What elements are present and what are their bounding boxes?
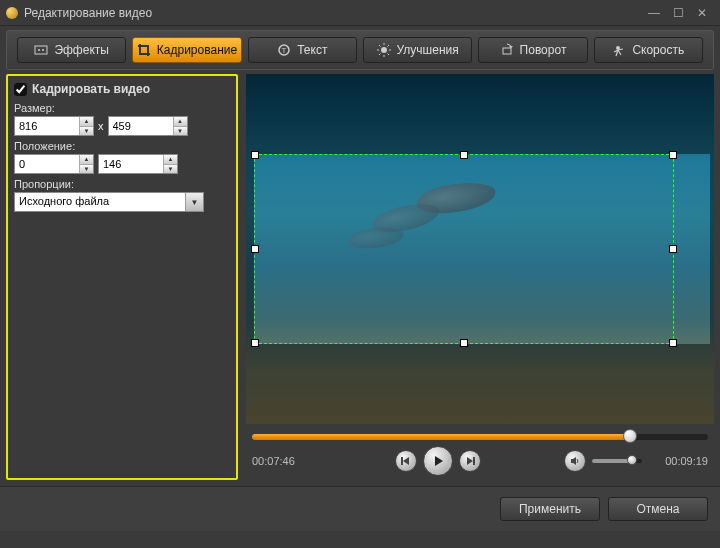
timeline: 00:07:46 (246, 424, 714, 480)
svg-marker-17 (403, 457, 409, 465)
prev-button[interactable] (395, 450, 417, 472)
seek-track[interactable] (252, 434, 708, 440)
svg-rect-14 (503, 48, 511, 54)
pos-y-spinner[interactable]: ▲▼ (98, 154, 178, 174)
crop-handle-tm[interactable] (460, 151, 468, 159)
tab-label: Кадрирование (157, 43, 237, 57)
next-button[interactable] (459, 450, 481, 472)
crop-handle-tl[interactable] (251, 151, 259, 159)
enhance-icon (377, 43, 391, 57)
svg-rect-0 (35, 46, 47, 54)
svg-point-5 (381, 47, 387, 53)
maximize-button[interactable]: ☐ (666, 6, 690, 20)
volume-fill (592, 459, 632, 463)
seek-progress (252, 434, 630, 440)
close-button[interactable]: ✕ (690, 6, 714, 20)
tab-label: Скорость (632, 43, 684, 57)
speed-icon (612, 43, 626, 57)
tab-rotate[interactable]: Поворот (478, 37, 587, 63)
pos-y-input[interactable] (99, 155, 163, 173)
spin-up-icon[interactable]: ▲ (80, 117, 93, 127)
tab-text[interactable]: T Текст (248, 37, 357, 63)
tab-label: Текст (297, 43, 327, 57)
spin-down-icon[interactable]: ▼ (80, 127, 93, 136)
svg-rect-18 (401, 457, 403, 465)
size-label: Размер: (14, 102, 230, 114)
titlebar: Редактирование видео — ☐ ✕ (0, 0, 720, 26)
video-preview[interactable] (246, 74, 714, 424)
play-icon (432, 455, 444, 467)
crop-handle-bl[interactable] (251, 339, 259, 347)
tab-bar: Эффекты Кадрирование T Текст Улучшения П… (6, 30, 714, 70)
svg-line-12 (379, 54, 381, 56)
spin-up-icon[interactable]: ▲ (80, 155, 93, 165)
skip-forward-icon (465, 456, 475, 466)
svg-marker-22 (571, 457, 576, 465)
tab-crop[interactable]: Кадрирование (132, 37, 241, 63)
crop-dim (246, 344, 714, 424)
svg-line-13 (387, 45, 389, 47)
ratio-combobox[interactable]: Исходного файла ▼ (14, 192, 204, 212)
size-height-input[interactable] (109, 117, 173, 135)
apply-button[interactable]: Применить (500, 497, 600, 521)
spin-down-icon[interactable]: ▼ (80, 165, 93, 174)
minimize-button[interactable]: — (642, 6, 666, 20)
spin-up-icon[interactable]: ▲ (174, 117, 187, 127)
svg-line-11 (387, 54, 389, 56)
size-width-input[interactable] (15, 117, 79, 135)
size-width-spinner[interactable]: ▲▼ (14, 116, 94, 136)
spin-down-icon[interactable]: ▼ (174, 127, 187, 136)
seek-thumb[interactable] (623, 429, 637, 443)
tab-label: Эффекты (54, 43, 109, 57)
tab-label: Поворот (520, 43, 567, 57)
chevron-down-icon[interactable]: ▼ (185, 193, 203, 211)
app-icon (6, 7, 18, 19)
svg-point-1 (38, 49, 40, 51)
volume-icon (570, 456, 580, 466)
time-current: 00:07:46 (252, 455, 312, 467)
ratio-label: Пропорции: (14, 178, 230, 190)
effects-icon (34, 43, 48, 57)
time-total: 00:09:19 (648, 455, 708, 467)
spin-down-icon[interactable]: ▼ (164, 165, 177, 174)
play-button[interactable] (423, 446, 453, 476)
crop-handle-bm[interactable] (460, 339, 468, 347)
position-label: Положение: (14, 140, 230, 152)
spin-up-icon[interactable]: ▲ (164, 155, 177, 165)
svg-rect-21 (473, 457, 475, 465)
tab-effects[interactable]: Эффекты (17, 37, 126, 63)
size-height-spinner[interactable]: ▲▼ (108, 116, 188, 136)
footer: Применить Отмена (0, 486, 720, 531)
tab-enhance[interactable]: Улучшения (363, 37, 472, 63)
text-icon: T (277, 43, 291, 57)
crop-enable-label: Кадрировать видео (32, 82, 150, 96)
tab-label: Улучшения (397, 43, 459, 57)
pos-x-input[interactable] (15, 155, 79, 173)
crop-handle-tr[interactable] (669, 151, 677, 159)
crop-handle-ml[interactable] (251, 245, 259, 253)
ratio-value: Исходного файла (15, 193, 185, 211)
skip-back-icon (401, 456, 411, 466)
cancel-button[interactable]: Отмена (608, 497, 708, 521)
crop-handle-mr[interactable] (669, 245, 677, 253)
volume-slider[interactable] (592, 459, 642, 463)
pos-x-spinner[interactable]: ▲▼ (14, 154, 94, 174)
svg-marker-19 (435, 456, 443, 466)
crop-handle-br[interactable] (669, 339, 677, 347)
rotate-icon (500, 43, 514, 57)
size-separator: x (98, 120, 104, 132)
volume-thumb[interactable] (627, 455, 637, 465)
svg-marker-20 (467, 457, 473, 465)
svg-text:T: T (282, 46, 287, 55)
window-title: Редактирование видео (24, 6, 642, 20)
svg-point-2 (42, 49, 44, 51)
crop-enable-checkbox[interactable] (14, 83, 27, 96)
crop-dim (246, 74, 714, 154)
crop-dim (710, 154, 714, 344)
crop-selection[interactable] (254, 154, 674, 344)
volume-button[interactable] (564, 450, 586, 472)
crop-icon (137, 43, 151, 57)
svg-line-10 (379, 45, 381, 47)
crop-panel: Кадрировать видео Размер: ▲▼ x ▲▼ Положе… (6, 74, 238, 480)
tab-speed[interactable]: Скорость (594, 37, 703, 63)
